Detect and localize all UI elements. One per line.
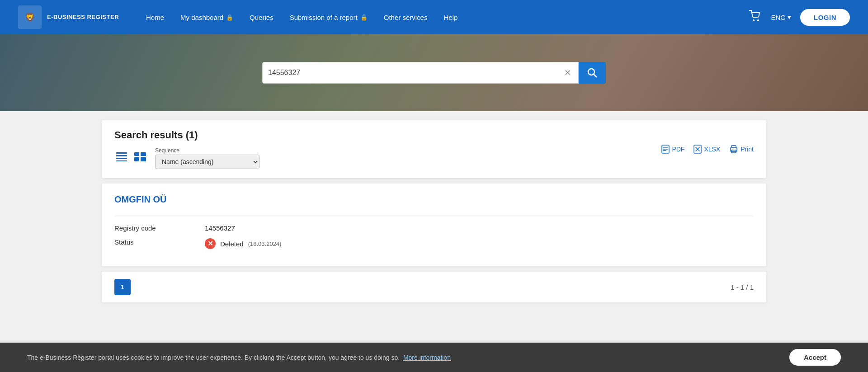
nav-home[interactable]: Home — [146, 14, 164, 21]
search-input-wrap: ✕ — [262, 62, 579, 84]
company-name-link[interactable]: OMGFIN OÜ — [114, 194, 167, 205]
status-row: Status ✕ Deleted (18.03.2024) — [114, 238, 754, 249]
view-toggle — [114, 151, 148, 165]
results-controls: Sequence Name (ascending) Name (descendi… — [114, 147, 259, 169]
status-date: (18.03.2024) — [248, 240, 282, 247]
svg-rect-9 — [116, 160, 127, 161]
page-1-button[interactable]: 1 — [114, 279, 131, 295]
sequence-select[interactable]: Name (ascending) Name (descending) Regis… — [155, 155, 259, 169]
export-print-button[interactable]: Print — [729, 145, 754, 153]
page-buttons: 1 — [114, 279, 131, 295]
card-divider — [114, 216, 754, 216]
login-button[interactable]: LOGIN — [800, 9, 850, 26]
results-header-card: Search results (1) — [102, 120, 766, 178]
export-pdf-button[interactable]: PDF — [661, 145, 684, 154]
nav-dashboard[interactable]: My dashboard 🔒 — [180, 14, 233, 21]
list-view-icon — [116, 152, 127, 161]
nav-help[interactable]: Help — [443, 14, 458, 21]
svg-text:🦁: 🦁 — [25, 12, 35, 22]
svg-rect-8 — [116, 158, 127, 159]
registry-code-label: Registry code — [114, 224, 205, 232]
pdf-icon — [661, 145, 670, 154]
svg-rect-11 — [141, 152, 146, 156]
svg-rect-12 — [134, 157, 139, 161]
nav-other-services[interactable]: Other services — [384, 14, 428, 21]
brand-link[interactable]: 🦁 E-Business Register — [18, 5, 119, 29]
cart-icon — [749, 10, 762, 22]
main-content: Search results (1) — [84, 111, 784, 344]
print-icon — [729, 145, 738, 153]
export-xlsx-button[interactable]: XLSX — [693, 145, 720, 154]
results-title: Search results (1) — [114, 129, 259, 141]
results-left: Search results (1) — [114, 129, 259, 169]
svg-point-3 — [753, 19, 755, 21]
svg-rect-6 — [116, 152, 127, 154]
list-view-button[interactable] — [114, 151, 129, 165]
svg-rect-13 — [141, 157, 146, 161]
submission-lock-icon: 🔒 — [360, 14, 368, 21]
search-submit-button[interactable] — [579, 62, 606, 84]
search-input[interactable] — [268, 69, 562, 77]
pagination-card: 1 1 - 1 / 1 — [102, 272, 766, 302]
status-value: ✕ Deleted (18.03.2024) — [205, 238, 281, 249]
result-card: OMGFIN OÜ Registry code 14556327 Status … — [102, 184, 766, 266]
brand-logo-icon: 🦁 — [18, 5, 42, 29]
svg-point-4 — [757, 19, 759, 21]
registry-code-value: 14556327 — [205, 224, 235, 232]
status-label: Status — [114, 238, 205, 246]
status-deleted-icon: ✕ — [205, 238, 216, 249]
cookie-banner: The e-Business Register portal uses cook… — [0, 343, 868, 344]
dashboard-lock-icon: 🔒 — [226, 14, 233, 21]
sequence-label: Sequence — [155, 147, 259, 154]
page-info: 1 - 1 / 1 — [731, 283, 754, 291]
sequence-container: Sequence Name (ascending) Name (descendi… — [155, 147, 259, 169]
navbar: 🦁 E-Business Register Home My dashboard … — [0, 0, 868, 34]
nav-queries[interactable]: Queries — [250, 14, 274, 21]
registry-code-row: Registry code 14556327 — [114, 224, 754, 232]
svg-rect-10 — [134, 152, 139, 156]
search-clear-button[interactable]: ✕ — [562, 68, 573, 78]
nav-links: Home My dashboard 🔒 Queries Submission o… — [146, 14, 749, 21]
xlsx-icon — [693, 145, 702, 154]
grid-view-button[interactable] — [132, 151, 148, 165]
navbar-right: ENG ▾ LOGIN — [749, 9, 850, 26]
hero-section: ✕ — [0, 34, 868, 111]
lang-selector[interactable]: ENG ▾ — [771, 13, 791, 21]
export-controls: PDF XLSX Print — [661, 145, 754, 154]
svg-rect-7 — [116, 155, 127, 156]
grid-view-icon — [134, 152, 146, 161]
search-bar: ✕ — [262, 62, 606, 84]
status-text: Deleted — [220, 240, 244, 248]
cart-button[interactable] — [749, 10, 762, 24]
brand-name: E-Business Register — [47, 14, 119, 21]
nav-submission[interactable]: Submission of a report 🔒 — [290, 14, 368, 21]
search-icon — [587, 68, 597, 78]
